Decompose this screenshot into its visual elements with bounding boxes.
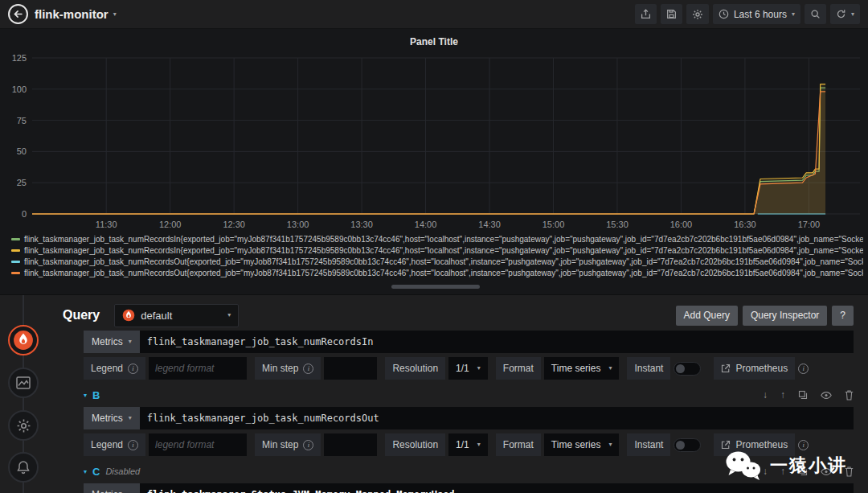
- query-inspector-button[interactable]: Query Inspector: [743, 306, 827, 326]
- prometheus-icon: [13, 330, 34, 351]
- legend-label: flink_taskmanager_job_task_numRecordsIn{…: [24, 246, 863, 255]
- legend-format-input[interactable]: [149, 357, 247, 380]
- info-icon[interactable]: i: [128, 440, 138, 450]
- move-up-button[interactable]: ↑: [780, 389, 785, 401]
- svg-text:11:30: 11:30: [96, 220, 117, 229]
- resolution-label: Resolution: [385, 433, 445, 456]
- delete-query-button[interactable]: [845, 390, 854, 401]
- chevron-down-icon: ▾: [113, 11, 117, 18]
- series-color-marker: [11, 249, 20, 252]
- min-step-input[interactable]: [324, 433, 377, 456]
- gear-icon: [692, 9, 703, 20]
- instant-label: Instant: [627, 433, 670, 456]
- legend-label: flink_taskmanager_job_task_numRecordsOut…: [24, 257, 863, 266]
- collapse-icon[interactable]: ▾: [84, 468, 87, 475]
- svg-text:14:30: 14:30: [478, 220, 501, 229]
- duplicate-button[interactable]: [798, 390, 808, 400]
- chevron-down-icon: ▾: [608, 365, 612, 372]
- add-query-button[interactable]: Add Query: [676, 306, 738, 326]
- navbar-actions: Last 6 hours ▾ ▾: [635, 4, 860, 24]
- metrics-dropdown[interactable]: Metrics ▾: [84, 407, 140, 429]
- metrics-dropdown[interactable]: Metrics ▾: [84, 483, 140, 493]
- promql-input[interactable]: flink_taskmanager_job_task_numRecordsOut: [140, 407, 854, 429]
- zoom-search-button[interactable]: [805, 4, 826, 24]
- svg-text:12:30: 12:30: [223, 220, 245, 229]
- legend-format-input[interactable]: [149, 433, 247, 456]
- promql-input[interactable]: flink_taskmanager_job_task_numRecordsIn: [140, 331, 854, 353]
- watermark: 一猿小讲: [723, 450, 847, 482]
- instant-toggle[interactable]: [674, 438, 701, 452]
- tab-alert[interactable]: [8, 452, 39, 483]
- query-row-a-options: Legend i Min step i Resolution 1/1 ▾ For…: [84, 357, 854, 380]
- promql-input[interactable]: flink_taskmanager_Status_JVM_Memory_Mapp…: [140, 483, 854, 493]
- format-label: Format: [496, 357, 541, 380]
- dashboard-settings-button[interactable]: [686, 4, 709, 24]
- move-down-button[interactable]: ↓: [763, 389, 768, 401]
- trash-icon: [845, 390, 854, 401]
- datasource-picker[interactable]: default ▾: [114, 304, 239, 327]
- prometheus-icon: [122, 309, 135, 322]
- horizontal-scrollbar[interactable]: [391, 285, 480, 289]
- svg-text:50: 50: [17, 146, 27, 156]
- graph-panel: Panel Title 025507510012511:3012:0012:30…: [0, 29, 868, 294]
- resolution-select[interactable]: 1/1 ▾: [448, 433, 488, 456]
- datasource-name: default: [141, 310, 222, 322]
- metrics-dropdown[interactable]: Metrics ▾: [84, 331, 140, 353]
- save-icon: [666, 9, 677, 19]
- arrow-left-icon: [13, 9, 23, 19]
- prometheus-link[interactable]: Prometheus: [714, 357, 795, 380]
- watermark-text: 一猿小讲: [770, 454, 847, 478]
- info-icon[interactable]: i: [303, 364, 313, 374]
- time-range-picker[interactable]: Last 6 hours ▾: [713, 4, 800, 24]
- format-select[interactable]: Time series ▾: [544, 433, 620, 456]
- time-range-label: Last 6 hours: [734, 9, 787, 20]
- series-color-marker: [11, 261, 20, 263]
- svg-text:17:00: 17:00: [798, 220, 821, 229]
- save-button[interactable]: [661, 4, 682, 24]
- info-icon[interactable]: i: [798, 440, 809, 450]
- svg-text:15:00: 15:00: [542, 220, 565, 229]
- instant-toggle[interactable]: [674, 362, 701, 376]
- disabled-badge: Disabled: [105, 466, 140, 476]
- tab-visualization[interactable]: [8, 368, 39, 398]
- legend-item[interactable]: flink_taskmanager_job_task_numRecordsIn{…: [11, 244, 863, 256]
- resolution-label: Resolution: [385, 357, 445, 380]
- dashboard-title-menu[interactable]: flink-monitor ▾: [35, 7, 117, 21]
- query-ref-id[interactable]: C: [92, 466, 100, 478]
- help-button[interactable]: ?: [832, 306, 854, 326]
- share-button[interactable]: [635, 4, 657, 24]
- query-row-c-expr: Metrics ▾ flink_taskmanager_Status_JVM_M…: [84, 483, 854, 493]
- legend-item[interactable]: flink_taskmanager_job_task_numRecordsIn{…: [11, 233, 863, 244]
- tab-general[interactable]: [8, 410, 39, 441]
- toggle-visibility-button[interactable]: [821, 391, 832, 400]
- info-icon[interactable]: i: [303, 440, 313, 450]
- legend-item[interactable]: flink_taskmanager_job_task_numRecordsOut…: [11, 256, 863, 267]
- format-select[interactable]: Time series ▾: [544, 357, 620, 380]
- query-header-actions: Add Query Query Inspector ?: [676, 306, 854, 326]
- legend-item[interactable]: flink_taskmanager_job_task_numRecordsOut…: [11, 267, 863, 278]
- svg-text:16:30: 16:30: [734, 220, 756, 229]
- chevron-down-icon: ▾: [792, 11, 795, 18]
- refresh-button[interactable]: ▾: [830, 4, 860, 24]
- legend-format-label: Legend i: [84, 433, 145, 456]
- info-icon[interactable]: i: [798, 364, 809, 374]
- svg-text:16:00: 16:00: [670, 220, 693, 229]
- svg-text:13:00: 13:00: [287, 220, 309, 229]
- legend-label: flink_taskmanager_job_task_numRecordsIn{…: [24, 235, 863, 244]
- back-button[interactable]: [8, 4, 28, 24]
- min-step-label: Min step i: [255, 357, 321, 380]
- query-ref-id[interactable]: B: [92, 389, 100, 401]
- copy-icon: [798, 390, 808, 400]
- info-icon[interactable]: i: [128, 364, 138, 374]
- collapse-icon[interactable]: ▾: [84, 392, 87, 399]
- time-series-chart: 025507510012511:3012:0012:3013:0013:3014…: [0, 45, 868, 233]
- query-row-actions: ↓ ↑: [763, 389, 854, 401]
- min-step-label: Min step i: [255, 433, 321, 456]
- dashboard-title: flink-monitor: [35, 7, 108, 21]
- panel-title[interactable]: Panel Title: [0, 29, 868, 45]
- resolution-select[interactable]: 1/1 ▾: [448, 357, 488, 380]
- share-icon: [641, 9, 651, 19]
- tab-queries[interactable]: [8, 325, 39, 355]
- min-step-input[interactable]: [324, 357, 377, 380]
- svg-text:15:30: 15:30: [606, 220, 628, 229]
